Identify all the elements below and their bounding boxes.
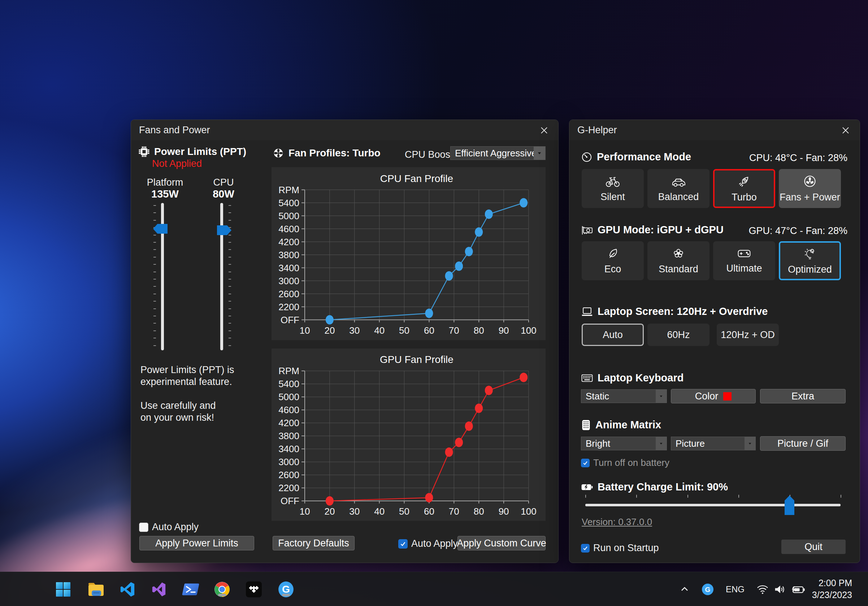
quit-button[interactable]: Quit (781, 539, 846, 554)
chrome-icon[interactable] (213, 580, 231, 599)
platform-label: Platform (143, 177, 187, 188)
screen-option-60hz[interactable]: 60Hz (647, 324, 710, 346)
battery-slider-thumb[interactable] (784, 496, 794, 515)
svg-text:2200: 2200 (278, 302, 299, 312)
power-limits-status: Not Applied (152, 158, 202, 169)
version-link[interactable]: Version: 0.37.0.0 (582, 516, 652, 528)
wifi-icon[interactable] (755, 580, 770, 599)
visual-studio-icon[interactable] (149, 580, 168, 599)
ghelper-window: G-Helper Performance Mode CPU: 48°C - Fa… (569, 119, 860, 563)
vscode-icon[interactable] (118, 580, 137, 599)
chevron-down-icon[interactable] (744, 437, 755, 450)
fans-window-titlebar[interactable]: Fans and Power (131, 120, 558, 140)
factory-defaults-button[interactable]: Factory Defaults (273, 536, 355, 550)
keyboard-color-swatch (723, 392, 732, 400)
ghelper-running-indicator (282, 594, 290, 596)
svg-text:4600: 4600 (278, 223, 299, 234)
cpu-slider-track[interactable] (220, 203, 223, 350)
cpu-limit-group: CPU 80W (202, 177, 245, 200)
curve-auto-apply-label: Auto Apply (411, 538, 458, 549)
run-on-startup-label: Run on Startup (593, 542, 659, 553)
start-button[interactable] (54, 580, 73, 599)
perf-mode-silent[interactable]: Silent (582, 169, 644, 208)
chevron-down-icon[interactable] (534, 147, 545, 160)
cpu-fan-chart[interactable]: CPU Fan Profile102030405060708090100RPM5… (271, 167, 546, 340)
svg-text:20: 20 (324, 325, 335, 336)
svg-text:2200: 2200 (278, 482, 299, 493)
screen-option-auto[interactable]: Auto (582, 324, 644, 346)
svg-text:3800: 3800 (278, 250, 299, 260)
file-explorer-icon[interactable] (87, 580, 105, 599)
tray-ghelper-icon[interactable]: G (701, 580, 715, 599)
svg-text:5400: 5400 (278, 378, 299, 389)
gpu-mode-optimized[interactable]: Optimized (779, 241, 841, 280)
tray-chevron-icon[interactable] (677, 580, 692, 599)
svg-text:3400: 3400 (278, 263, 299, 273)
svg-text:4200: 4200 (278, 237, 299, 247)
gauge-icon (581, 151, 592, 163)
cpu-boost-select[interactable]: Efficient Aggressive (450, 146, 546, 160)
perf-mode-turbo[interactable]: Turbo (713, 169, 775, 208)
battery-slider-track[interactable] (585, 504, 840, 506)
close-icon[interactable] (539, 125, 550, 136)
svg-text:70: 70 (449, 506, 459, 517)
ghelper-taskbar-icon[interactable]: G (277, 580, 295, 599)
run-on-startup-checkbox[interactable] (581, 544, 590, 553)
matrix-picture-gif-button[interactable]: Picture / Gif (760, 436, 846, 451)
matrix-content-select[interactable]: Picture (671, 437, 756, 450)
cpu-boost-value: Efficient Aggressive (451, 148, 534, 159)
svg-text:3800: 3800 (278, 431, 299, 441)
power-auto-apply-checkbox[interactable] (139, 522, 149, 532)
clock-time: 2:00 PM (812, 577, 852, 589)
perf-mode-balanced[interactable]: Balanced (647, 169, 710, 208)
chevron-down-icon[interactable] (656, 390, 666, 403)
chevron-down-icon[interactable] (656, 437, 666, 450)
svg-text:90: 90 (499, 506, 509, 517)
close-icon[interactable] (840, 125, 851, 136)
ghelper-titlebar[interactable]: G-Helper (569, 120, 860, 140)
power-limits-note: Power Limits (PPT) is experimental featu… (141, 364, 260, 436)
matrix-brightness-select[interactable]: Bright (581, 437, 667, 450)
turn-off-on-battery-row: Turn off on battery (581, 457, 670, 468)
apply-custom-curve-button[interactable]: Apply Custom Curve (457, 536, 546, 550)
tidal-icon[interactable] (245, 580, 263, 599)
svg-text:RPM: RPM (278, 366, 299, 376)
screen-option-120hz-od[interactable]: 120Hz + OD (717, 324, 779, 346)
gpu-mode-eco[interactable]: Eco (582, 241, 644, 280)
power-auto-apply-row: Auto Apply (139, 521, 198, 533)
powershell-icon[interactable] (181, 580, 200, 599)
svg-text:G: G (282, 583, 290, 595)
keyboard-mode-select[interactable]: Static (581, 389, 667, 403)
gpu-card-icon (581, 224, 593, 236)
tray-language[interactable]: ENG (726, 580, 744, 599)
bulb-gear-icon (803, 246, 817, 260)
gpu-heading-row: GPU Mode: iGPU + dGPU (581, 224, 724, 236)
cpu-label: CPU (202, 177, 245, 188)
gpu-mode-ultimate[interactable]: Ultimate (713, 241, 775, 280)
svg-text:80: 80 (474, 325, 484, 336)
curve-auto-apply-checkbox[interactable] (398, 539, 408, 549)
matrix-heading-row: Anime Matrix (581, 419, 661, 431)
apply-power-limits-button[interactable]: Apply Power Limits (140, 536, 254, 550)
gpu-mode-standard[interactable]: Standard (647, 241, 710, 280)
svg-text:G: G (705, 586, 711, 594)
keyboard-heading-row: Laptop Keyboard (581, 372, 684, 384)
platform-value: 135W (143, 188, 187, 200)
svg-text:GPU Fan Profile: GPU Fan Profile (380, 354, 454, 365)
keyboard-color-button[interactable]: Color (671, 389, 756, 403)
tray-clock[interactable]: 2:00 PM 3/23/2023 (812, 577, 852, 601)
turn-off-on-battery-checkbox[interactable] (581, 459, 590, 467)
run-on-startup-row: Run on Startup (581, 542, 659, 553)
performance-heading-row: Performance Mode (581, 151, 691, 163)
battery-slider-ticks (585, 495, 841, 498)
volume-icon[interactable] (772, 580, 788, 599)
svg-text:80: 80 (474, 506, 484, 517)
perf-mode-fans-power[interactable]: Fans + Power (779, 169, 841, 208)
gpu-fan-chart[interactable]: GPU Fan Profile102030405060708090100RPM5… (271, 349, 546, 521)
battery-tray-icon[interactable] (790, 580, 808, 599)
car-icon (671, 175, 687, 188)
svg-text:RPM: RPM (278, 184, 299, 195)
svg-text:10: 10 (300, 325, 310, 336)
keyboard-extra-button[interactable]: Extra (760, 389, 846, 403)
clock-date: 3/23/2023 (812, 589, 852, 601)
